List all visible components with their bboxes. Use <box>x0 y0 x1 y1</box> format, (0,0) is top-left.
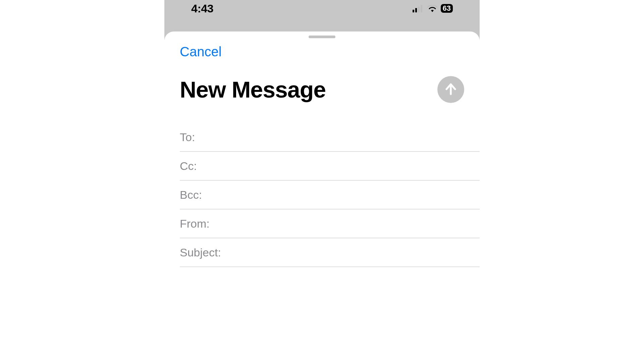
page-title: New Message <box>180 76 326 103</box>
status-time: 4:43 <box>191 2 213 15</box>
subject-input[interactable] <box>225 238 480 266</box>
bcc-input[interactable] <box>206 181 480 209</box>
bcc-field-row[interactable]: Bcc: <box>180 181 480 209</box>
wifi-icon <box>427 2 437 15</box>
subject-field-row[interactable]: Subject: <box>180 238 480 267</box>
svg-rect-2 <box>418 7 420 12</box>
from-label: From: <box>180 217 210 230</box>
cc-field-row[interactable]: Cc: <box>180 152 480 181</box>
status-bar: 4:43 63 <box>164 0 480 17</box>
svg-rect-0 <box>413 10 414 12</box>
to-input[interactable] <box>199 123 480 151</box>
to-field-row[interactable]: To: <box>180 123 480 152</box>
phone-frame: 4:43 63 <box>164 0 480 362</box>
bcc-label: Bcc: <box>180 188 202 201</box>
battery-indicator: 63 <box>441 4 453 13</box>
sheet-grabber[interactable] <box>309 36 335 38</box>
from-field-row[interactable]: From: <box>180 209 480 238</box>
compose-sheet: Cancel New Message To: <box>164 32 480 362</box>
from-input[interactable] <box>214 209 480 238</box>
send-button[interactable] <box>437 76 464 103</box>
cellular-icon <box>413 2 424 15</box>
svg-rect-1 <box>415 8 417 12</box>
subject-label: Subject: <box>180 246 221 259</box>
svg-rect-3 <box>421 5 422 12</box>
cc-input[interactable] <box>201 152 480 180</box>
to-label: To: <box>180 131 195 144</box>
cancel-button[interactable]: Cancel <box>180 44 222 59</box>
arrow-up-icon <box>443 82 458 98</box>
cc-label: Cc: <box>180 160 197 173</box>
